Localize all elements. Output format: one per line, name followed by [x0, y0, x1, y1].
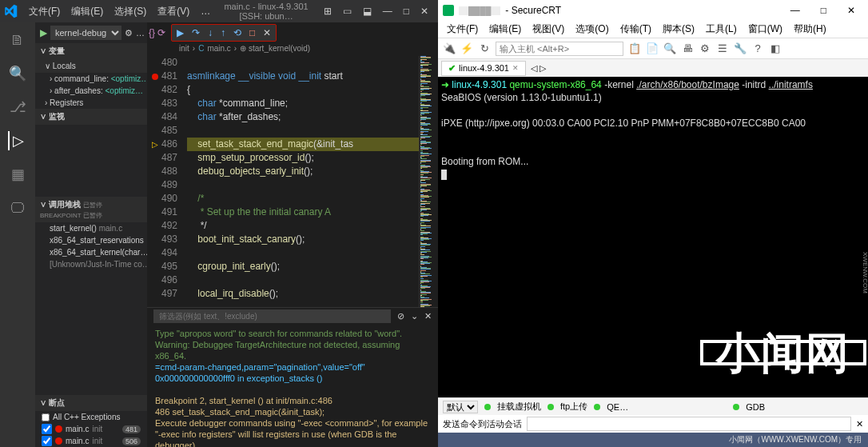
editor-area: {} ⟳ ▶ ↷ ↓ ↑ ⟲ □ ✕ init › C main.c › ⊕ s…: [147, 22, 438, 447]
maximize-icon[interactable]: □: [813, 5, 834, 16]
status-item[interactable]: GDB: [746, 402, 765, 412]
section-registers[interactable]: › Registers: [35, 97, 147, 109]
crt-menu-view[interactable]: 视图(V): [528, 21, 568, 38]
stack-frame[interactable]: [Unknown/Just-In-Time co…: [35, 258, 147, 270]
stop-icon[interactable]: □: [249, 27, 255, 38]
chevron-down-icon[interactable]: ⌄: [411, 311, 418, 321]
tool-icon[interactable]: 🔧: [734, 42, 747, 55]
print-icon[interactable]: 🖶: [681, 42, 694, 55]
section-breakpoints[interactable]: ∨ 断点: [35, 395, 147, 411]
crumb-folder[interactable]: init: [179, 44, 189, 53]
section-locals[interactable]: ∨ Locals: [35, 59, 147, 73]
search-icon[interactable]: 🔍: [8, 64, 27, 83]
step-out-icon[interactable]: ↑: [221, 27, 225, 38]
tab-menu-icon[interactable]: ◁ ▷: [528, 63, 549, 74]
close-icon[interactable]: ✕: [839, 5, 863, 16]
toggle-panel-icon[interactable]: ⊞: [324, 6, 332, 17]
debug-icon[interactable]: ▷: [8, 131, 27, 150]
crt-menu-edit[interactable]: 编辑(E): [485, 21, 525, 38]
extensions-icon[interactable]: ▦: [8, 165, 27, 184]
crt-titlebar: ████ - SecureCRT — □ ✕: [438, 0, 868, 21]
variable-row[interactable]: › command_line: <optimiz…: [35, 73, 147, 85]
breakpoint-row[interactable]: main.c init506: [35, 435, 147, 447]
cmd-input[interactable]: [527, 417, 851, 431]
maximize-icon[interactable]: □: [404, 6, 409, 17]
crt-menu-transfer[interactable]: 传输(T): [616, 21, 655, 38]
close-panel-icon[interactable]: ✕: [424, 311, 432, 321]
restart-icon[interactable]: ⟲: [233, 27, 241, 38]
status-select[interactable]: 默认: [443, 401, 478, 413]
status-item[interactable]: QE…: [607, 402, 628, 412]
minimize-icon[interactable]: —: [782, 5, 808, 16]
window-title: main.c - linux-4.9.301 [SSH: ubun…: [217, 2, 315, 21]
layout-icon[interactable]: ▭: [343, 6, 352, 17]
minimap[interactable]: [419, 56, 438, 307]
options-icon[interactable]: ☰: [716, 42, 729, 55]
crt-menu-options[interactable]: 选项(O): [571, 21, 612, 38]
gear-icon[interactable]: ⚙: [125, 28, 133, 38]
crumb-symbol[interactable]: ⊕ start_kernel(void): [240, 44, 310, 53]
debug-sidebar: ▶ kernel-debug ⚙ … ∨ 变量 ∨ Locals › comma…: [35, 22, 147, 447]
find-icon[interactable]: 🔍: [663, 42, 676, 55]
copy-icon[interactable]: 📋: [628, 42, 641, 55]
section-callstack[interactable]: ∨ 调用堆栈 已暂停 BREAKPOINT 已暂停: [35, 197, 147, 222]
settings-icon[interactable]: ⚙: [699, 42, 711, 55]
crt-menu-help[interactable]: 帮助(H): [790, 21, 830, 38]
breadcrumb: init › C main.c › ⊕ start_kernel(void): [147, 40, 438, 56]
led-icon: [733, 404, 739, 410]
toggle-icon[interactable]: ◧: [769, 42, 782, 55]
paste-icon[interactable]: 📄: [646, 42, 659, 55]
activity-bar: 🗎 🔍 ⎇ ▷ ▦ 🖵: [0, 22, 35, 447]
remote-icon[interactable]: 🖵: [8, 198, 27, 218]
step-over-icon[interactable]: ↷: [192, 27, 200, 38]
more-icon[interactable]: …: [136, 28, 145, 38]
status-item[interactable]: 挂载虚拟机: [497, 401, 541, 413]
session-tab[interactable]: ✔ linux-4.9.301 ✕: [441, 61, 526, 76]
crt-menu-tools[interactable]: 工具(L): [702, 21, 741, 38]
crt-footer: 小闻网（WWW.XWENW.COM）专用: [438, 433, 868, 447]
menu-select[interactable]: 选择(S): [109, 2, 151, 21]
clear-icon[interactable]: ⊘: [397, 311, 404, 321]
stack-frame[interactable]: x86_64_start_kernel(char…: [35, 246, 147, 258]
continue-icon[interactable]: ▶: [177, 27, 184, 38]
menu-file[interactable]: 文件(F): [24, 2, 65, 21]
menu-edit[interactable]: 编辑(E): [66, 2, 108, 21]
close-toolbar-icon[interactable]: ✕: [263, 27, 271, 38]
cmd-close-icon[interactable]: ✕: [856, 419, 863, 429]
menu-more[interactable]: …: [196, 3, 215, 19]
minimize-icon[interactable]: —: [383, 6, 392, 17]
stack-frame[interactable]: x86_64_start_reservations: [35, 234, 147, 246]
crt-menu-window[interactable]: 窗口(W): [744, 21, 786, 38]
crt-menu-file[interactable]: 文件(F): [443, 21, 482, 38]
close-icon[interactable]: ✕: [420, 6, 428, 17]
crumb-file[interactable]: main.c: [207, 44, 230, 53]
section-watch[interactable]: ∨ 监视: [35, 109, 147, 125]
stack-frame[interactable]: start_kernel() main.c: [35, 222, 147, 234]
start-debug-icon[interactable]: ▶: [40, 27, 47, 38]
connect-icon[interactable]: 🔌: [443, 42, 456, 55]
bracket-pair-icon: {} ⟳: [149, 27, 165, 38]
crt-terminal[interactable]: ➜ linux-4.9.301 qemu-system-x86_64 -kern…: [438, 77, 868, 397]
crt-menu-bar: 文件(F) 编辑(E) 视图(V) 选项(O) 传输(T) 脚本(S) 工具(L…: [438, 21, 868, 38]
layout2-icon[interactable]: ⬓: [363, 6, 372, 17]
section-variables[interactable]: ∨ 变量: [35, 43, 147, 59]
reconnect-icon[interactable]: ↻: [478, 42, 491, 55]
host-input[interactable]: [496, 42, 623, 56]
filter-input[interactable]: [153, 309, 391, 323]
quick-connect-icon[interactable]: ⚡: [460, 42, 473, 55]
step-into-icon[interactable]: ↓: [208, 27, 213, 38]
crt-menu-script[interactable]: 脚本(S): [659, 21, 699, 38]
bp-all-exceptions[interactable]: All C++ Exceptions: [35, 411, 147, 423]
explorer-icon[interactable]: 🗎: [8, 30, 27, 50]
scm-icon[interactable]: ⎇: [8, 98, 27, 117]
tab-close-icon[interactable]: ✕: [512, 64, 519, 72]
code-lines[interactable]: asmlinkage __visible void __init start{ …: [187, 56, 419, 307]
variable-row[interactable]: › after_dashes: <optimiz…: [35, 85, 147, 97]
watermark-side: XWENW.COM: [858, 252, 868, 293]
debug-config-select[interactable]: kernel-debug: [50, 26, 121, 40]
status-item[interactable]: ftp上传: [560, 401, 587, 413]
crt-command-bar: 发送命令到活动会话 ✕: [438, 415, 868, 433]
menu-view[interactable]: 查看(V): [153, 2, 194, 21]
breakpoint-row[interactable]: main.c init481: [35, 423, 147, 435]
help-icon[interactable]: ?: [751, 42, 764, 55]
